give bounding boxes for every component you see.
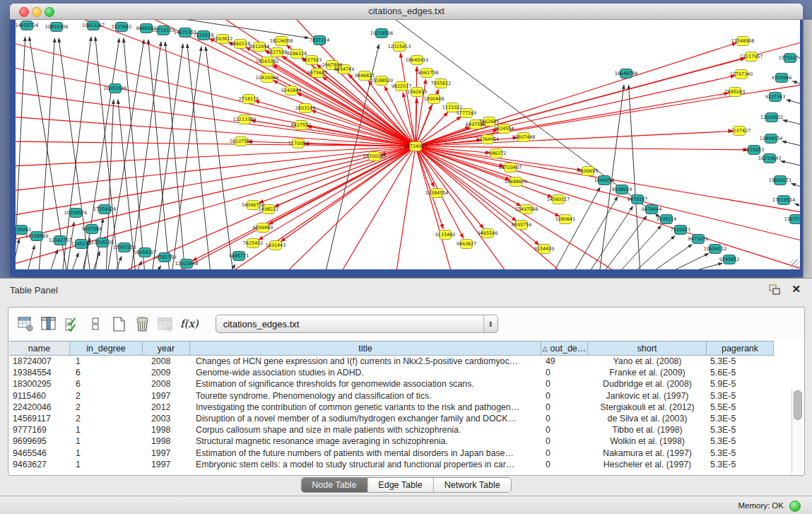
window-titlebar[interactable]: citations_edges.txt	[10, 4, 803, 20]
red-edge-ray	[283, 146, 416, 269]
table-row[interactable]: 2242004622012Investigating the contribut…	[9, 402, 804, 413]
column-header-in_degree[interactable]: in_degree	[70, 341, 143, 356]
cell-pagerank: 5.3E-5	[707, 448, 774, 459]
table-row[interactable]: 1872400712008Changes of HCN gene express…	[9, 356, 804, 367]
scrollbar-thumb[interactable]	[794, 390, 802, 420]
select-all-button[interactable]	[64, 315, 81, 333]
red-edge	[416, 43, 736, 146]
cell-name: 18724007	[9, 356, 70, 367]
graph-node-label: 16961758	[416, 70, 439, 76]
show-columns-button[interactable]	[40, 315, 57, 333]
cell-short: Wolkin et al. (1998)	[588, 436, 707, 447]
clear-selection-button[interactable]	[87, 315, 104, 333]
graph-node-label: 1990448	[424, 96, 444, 102]
graph-node-label: 19384554	[425, 190, 449, 196]
function-builder-button[interactable]: f(x)	[180, 317, 199, 330]
status-bar: Memory: OK	[0, 496, 812, 514]
black-edge	[27, 245, 35, 269]
cell-pagerank: 5.3E-5	[707, 459, 774, 470]
network-canvas[interactable]: 1405572420891406106532671527602646616010…	[16, 20, 800, 269]
graph-node-label: 2803144	[295, 105, 315, 111]
cell-pagerank: 5.3E-5	[707, 356, 774, 367]
graph-node-label: 11548908	[731, 38, 755, 44]
cell-title: Corpus callosum shape and size in male p…	[190, 424, 541, 436]
delete-button[interactable]	[134, 315, 151, 333]
table-row[interactable]: 946554611997Estimation of the future num…	[9, 448, 804, 459]
vertical-scrollbar[interactable]	[792, 389, 803, 474]
cell-title: Changes of HCN gene expression and I(f) …	[190, 356, 541, 367]
graph-node-label: 9242844	[281, 88, 301, 93]
column-header-short[interactable]: short	[588, 341, 707, 356]
cell-year: 2008	[143, 378, 190, 390]
graph-node-label: 6479197	[628, 197, 647, 202]
cell-pagerank: 5.3E-5	[707, 413, 774, 424]
graph-node-label: 20891406	[45, 24, 69, 30]
float-panel-icon[interactable]	[769, 284, 781, 295]
graph-node-label: 15497568	[515, 206, 539, 212]
column-header-out_degree[interactable]: △out_de…	[541, 341, 588, 356]
graph-node-label: 16107552	[230, 139, 253, 144]
graph-node-label: 12093832	[760, 115, 784, 120]
table-panel-title: Table Panel	[10, 285, 58, 296]
graph-node-label: 18640910	[406, 57, 429, 63]
graph-node-label: 7955812	[431, 81, 451, 86]
cell-year: 1998	[143, 436, 190, 447]
graph-node-label: 16543382	[256, 59, 279, 64]
tab-node-table[interactable]: Node Table	[301, 478, 367, 492]
graph-node-label: 14055724	[16, 23, 38, 28]
graph-node-label: 9227343	[765, 94, 785, 100]
cell-short: Tibbo et al. (1998)	[588, 424, 707, 436]
table-row[interactable]: 946362711997Embryonic stem cells: a mode…	[9, 459, 804, 470]
graph-node-label: 10719155	[152, 28, 175, 33]
cell-title: Disruption of a novel member of a sodium…	[190, 413, 541, 424]
cell-title: Investigating the contribution of common…	[190, 402, 541, 413]
graph-node-label: 12213389	[233, 117, 257, 122]
graph-node-label: 16782759	[153, 255, 177, 260]
table-row[interactable]: 1938455462009Genome-wide association stu…	[9, 367, 804, 378]
graph-node-label: 7485083	[725, 89, 745, 95]
tab-edge-table[interactable]: Edge Table	[367, 478, 433, 492]
resize-grip[interactable]	[790, 259, 799, 269]
table-row[interactable]: 977716911998Corpus callosum shape and si…	[9, 424, 804, 436]
graph-node-label: 8215953	[744, 147, 764, 153]
graph-node-label: 10807448	[512, 134, 536, 140]
cell-in_degree: 2	[70, 402, 143, 413]
tab-network-table[interactable]: Network Table	[434, 478, 511, 492]
attribute-table: namein_degreeyeartitle△out_de…shortpager…	[9, 341, 804, 474]
graph-node-label: 9115460	[435, 232, 455, 238]
red-edge-ray	[16, 146, 416, 191]
column-header-name[interactable]: name	[9, 341, 70, 356]
graph-node-label: 8427552	[291, 122, 311, 128]
black-edge	[136, 261, 142, 269]
table-row[interactable]: 1456911722003Disruption of a novel membe…	[9, 413, 804, 424]
new-document-button[interactable]	[110, 315, 127, 333]
cell-short: Stergiakouli et al. (2012)	[588, 402, 707, 413]
table-selector-dropdown[interactable]: citations_edges.txt ▲▼	[216, 315, 498, 333]
cell-in_degree: 2	[70, 390, 143, 402]
black-edge	[148, 40, 170, 269]
column-header-title[interactable]: title	[190, 341, 541, 356]
column-header-pagerank[interactable]: pagerank	[707, 341, 774, 356]
cell-short: Nakamura et al. (1997)	[588, 448, 707, 459]
cell-short: de Silva et al. (2003)	[588, 413, 707, 424]
cell-pagerank: 5.3E-5	[707, 424, 774, 436]
table-card: f(x) citations_edges.txt ▲▼ namein_degre…	[8, 307, 805, 476]
black-edge	[792, 184, 800, 189]
column-header-year[interactable]: year	[143, 341, 190, 356]
header-filler	[774, 341, 804, 356]
graph-node-label: 8186328	[287, 51, 307, 57]
table-options-button[interactable]	[17, 315, 34, 333]
graph-node-label: 22420046	[256, 75, 279, 81]
cell-year: 1997	[143, 390, 190, 402]
table-row[interactable]: 911546021997Tourette syndrome. Phenomeno…	[9, 390, 804, 402]
close-panel-icon[interactable]: ✕	[792, 283, 801, 296]
network-graph[interactable]: 1405572420891406106532671527602646616010…	[16, 20, 800, 269]
graph-node-label: 18226058	[270, 38, 293, 44]
graph-node-label: 8454749	[334, 66, 354, 72]
red-edge	[269, 146, 416, 225]
graph-node-label: 1362615	[407, 89, 427, 95]
table-row[interactable]: 1830029562008Estimation of significance …	[9, 378, 804, 390]
table-header-row: namein_degreeyeartitle△out_de…shortpager…	[9, 341, 804, 356]
table-row[interactable]: 969969511998Structural magnetic resonanc…	[9, 436, 804, 447]
graph-node-label: 15751074	[779, 55, 800, 61]
